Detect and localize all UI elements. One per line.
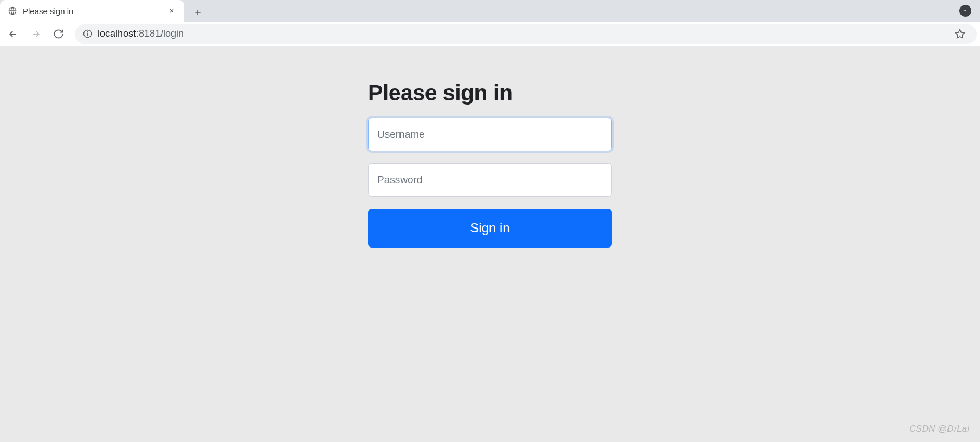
browser-tab-strip: Please sign in [0, 0, 980, 22]
password-input[interactable] [368, 163, 612, 197]
signin-button[interactable]: Sign in [368, 209, 612, 248]
signin-form: Please sign in Sign in [368, 80, 612, 442]
new-tab-button[interactable] [189, 3, 207, 22]
tab-title: Please sign in [23, 6, 162, 16]
browser-tab[interactable]: Please sign in [0, 0, 184, 22]
page-content: Please sign in Sign in CSDN @DrLai [0, 47, 980, 442]
svg-marker-4 [956, 29, 965, 38]
username-input[interactable] [368, 118, 612, 151]
reload-button[interactable] [49, 24, 68, 44]
tabs-dropdown-icon[interactable] [959, 5, 971, 17]
address-bar[interactable]: localhost:8181/login [75, 24, 977, 44]
bookmark-star-icon[interactable] [951, 25, 969, 43]
globe-icon [8, 6, 17, 16]
info-icon[interactable] [82, 29, 92, 39]
tab-strip-right [959, 0, 971, 22]
browser-toolbar: localhost:8181/login [0, 22, 980, 47]
back-button[interactable] [3, 24, 23, 44]
watermark-text: CSDN @DrLai [909, 424, 969, 434]
page-heading: Please sign in [368, 80, 612, 106]
url-rest: :8181/login [136, 28, 184, 39]
url-text: localhost:8181/login [98, 28, 942, 40]
svg-point-3 [87, 31, 87, 32]
close-icon[interactable] [167, 6, 177, 16]
forward-button[interactable] [26, 24, 46, 44]
url-host: localhost [98, 28, 136, 39]
